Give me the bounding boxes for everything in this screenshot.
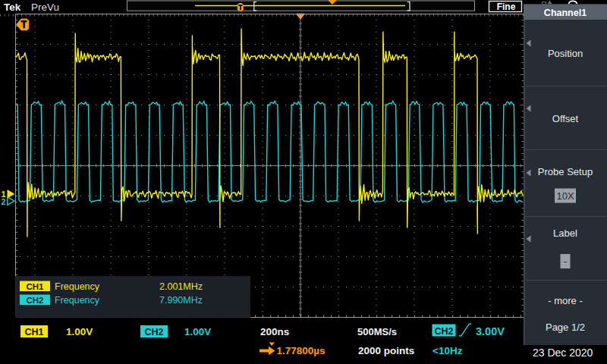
svg-text:23 Dec 2020: 23 Dec 2020 [533, 347, 593, 359]
svg-text:10X: 10X [556, 190, 574, 202]
svg-text:CH1: CH1 [26, 282, 44, 291]
svg-text:Frequency: Frequency [55, 295, 100, 306]
svg-text:Tek: Tek [4, 2, 21, 13]
svg-text:CH2: CH2 [26, 296, 43, 305]
svg-text:1.00V: 1.00V [66, 326, 93, 337]
svg-text:CH2: CH2 [144, 327, 163, 337]
svg-text:Fine: Fine [497, 2, 516, 12]
svg-text:200ns: 200ns [260, 326, 289, 337]
svg-text:2: 2 [2, 197, 6, 206]
svg-text:Offset: Offset [552, 113, 579, 124]
svg-text:- more -: - more - [548, 295, 583, 306]
svg-text:7.990MHz: 7.990MHz [159, 295, 203, 306]
svg-text:-: - [564, 256, 567, 267]
svg-text:1.00V: 1.00V [184, 326, 211, 337]
svg-text:<10Hz: <10Hz [432, 345, 463, 356]
svg-text:Channel1: Channel1 [544, 8, 587, 18]
svg-text:CH2: CH2 [434, 326, 453, 337]
svg-text:3.00V: 3.00V [476, 325, 505, 337]
svg-text:Probe Setup: Probe Setup [538, 166, 593, 177]
svg-text:Frequency: Frequency [55, 281, 100, 292]
svg-text:Label: Label [553, 228, 577, 239]
svg-text:Position: Position [548, 48, 583, 59]
svg-text:500MS/s: 500MS/s [357, 326, 397, 337]
svg-text:PreVu: PreVu [31, 2, 59, 13]
svg-text:CH1: CH1 [24, 327, 43, 337]
svg-text:2.001MHz: 2.001MHz [159, 281, 203, 292]
svg-text:2000 points: 2000 points [358, 345, 414, 356]
svg-text:1.77800µs: 1.77800µs [277, 345, 326, 356]
svg-text:Page 1/2: Page 1/2 [546, 322, 585, 333]
